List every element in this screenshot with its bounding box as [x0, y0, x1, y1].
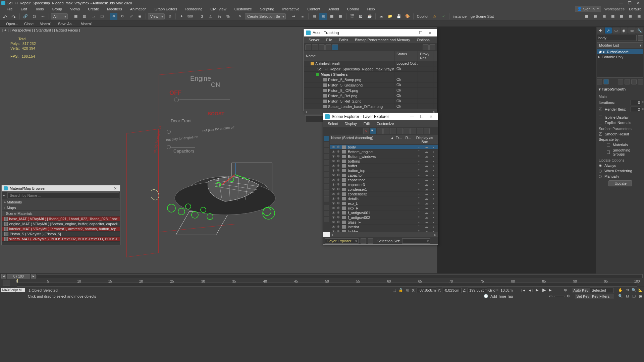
freeze-icon[interactable]: ❄ [336, 178, 340, 182]
material-row[interactable]: sliders_MAT ( VRayMtl ) [BOOSTtext002, B… [2, 237, 120, 242]
select-rect-button[interactable]: ▭ [90, 13, 97, 20]
freeze-icon[interactable]: ❄ [336, 196, 340, 201]
scene-lb-12[interactable] [324, 205, 329, 210]
scene-lb-11[interactable] [324, 196, 329, 201]
col-fr[interactable]: ∷ [416, 225, 422, 229]
scene-lb-14[interactable] [324, 217, 329, 222]
nav-fov[interactable]: 📐 [638, 288, 644, 293]
curve-editor-icon[interactable] [3, 280, 10, 286]
link-button[interactable]: 🔗 [22, 13, 29, 20]
goto-start[interactable]: |◄ [521, 288, 527, 293]
add-time-tag[interactable]: Add Time Tag [489, 294, 514, 298]
vp-layout-1[interactable]: ▦ [583, 13, 590, 20]
scene-row[interactable]: 👁❄button_top∷☁• [330, 168, 438, 173]
select-object-button[interactable]: ▦ [72, 13, 79, 20]
visible-icon[interactable]: 👁 [331, 220, 336, 224]
col-r[interactable]: ☁ [422, 201, 430, 205]
col-box[interactable]: • [430, 159, 436, 163]
menu-interactive[interactable]: Interactive [278, 6, 304, 12]
time-prev[interactable]: ◄ [1, 274, 6, 279]
visible-icon[interactable]: 👁 [331, 225, 336, 229]
col-box[interactable]: • [430, 216, 436, 220]
render-button[interactable]: ☕ [366, 13, 373, 20]
col-fr[interactable]: ∷ [416, 149, 422, 154]
align-button[interactable]: ≡ [299, 13, 306, 20]
maximize-button[interactable]: ❐ [625, 0, 634, 6]
scene-row[interactable]: 👁❄Bottom_engine∷☁• [330, 149, 438, 154]
visible-icon[interactable]: 👁 [331, 230, 336, 233]
scene-row[interactable]: 👁❄condenser2∷☁• [330, 192, 438, 196]
tab-motion[interactable]: ◉ [621, 27, 628, 34]
freeze-icon[interactable]: ❄ [336, 159, 340, 163]
curve-editor-button[interactable]: ▤ [319, 13, 327, 20]
col-fr[interactable]: ∷ [416, 210, 422, 215]
scene-stat-label[interactable]: ge Scene Stat [469, 14, 495, 18]
asset-btn-info[interactable] [429, 44, 435, 50]
scene-lb-10[interactable] [324, 190, 329, 195]
col-box[interactable]: • [430, 150, 436, 154]
time-next[interactable]: ► [31, 274, 36, 279]
scene-btn-2[interactable] [383, 128, 389, 134]
selection-set-combo[interactable] [402, 238, 430, 244]
scene-explorer-panel[interactable]: Scene Explorer - Layer Explorer — ☐ ✕ Se… [323, 113, 438, 245]
materials-check[interactable] [607, 143, 610, 146]
edit-button[interactable]: ✎ [236, 13, 244, 20]
col-box[interactable]: • [430, 155, 436, 159]
mat-close[interactable]: ✕ [112, 186, 118, 191]
col-box[interactable]: • [430, 197, 436, 201]
smooth-result-check[interactable] [599, 132, 602, 136]
tab-utilities[interactable]: 🔧 [636, 27, 644, 34]
scene-menu-customize[interactable]: Customize [373, 121, 397, 126]
col-r[interactable]: ☁ [422, 182, 430, 187]
scene-row[interactable]: 👁❄bottons∷☁• [330, 159, 438, 164]
freeze-icon[interactable]: ❄ [336, 192, 340, 196]
maxscript-field[interactable]: MAXScript Mi [1, 288, 25, 292]
asset-row[interactable]: Piston_5_IOR.pngOk [304, 88, 437, 93]
freeze-icon[interactable]: ❄ [336, 210, 340, 215]
col-box[interactable]: • [430, 145, 436, 149]
nav-zoom[interactable]: 🔍 [631, 288, 637, 293]
scene-btn-5[interactable] [404, 128, 410, 134]
selection-filter[interactable]: All [51, 13, 68, 19]
scene-menu-select[interactable]: Select [324, 121, 341, 126]
scene-lb-5[interactable] [324, 160, 329, 165]
menu-modifiers[interactable]: Modifiers [103, 6, 126, 12]
menu-content[interactable]: Content [303, 6, 324, 12]
col-r[interactable]: ☁ [422, 215, 430, 220]
menu-help[interactable]: Help [363, 6, 379, 12]
asset-btn-5[interactable] [332, 44, 338, 50]
open-button[interactable]: 📁 [386, 13, 394, 20]
col-box[interactable]: • [430, 201, 436, 205]
minimize-button[interactable]: — [616, 0, 625, 6]
close-button[interactable]: ✕ [634, 0, 643, 6]
macro-1a[interactable]: Macro1 [40, 22, 52, 26]
key-mode-icon[interactable]: ⊕ [561, 286, 570, 295]
col-fr[interactable]: ∷ [416, 178, 422, 182]
freeze-icon[interactable]: ❄ [336, 229, 340, 232]
y-field[interactable]: -0,023cm [442, 288, 462, 293]
scene-layers-btn[interactable] [361, 238, 366, 244]
material-row[interactable]: base_MAT ( VRayMtl ) [1hand_021, 1hand_0… [2, 217, 120, 222]
vp-layout-6[interactable]: ▦ [627, 13, 634, 20]
asset-maximize[interactable]: ☐ [416, 29, 425, 36]
warning-icon[interactable]: ⚠ [431, 13, 438, 20]
asset-row[interactable]: Sci_Fi_Repair_Spaceship_Rigged_max_vray.… [304, 66, 437, 72]
scene-lb-8[interactable] [324, 178, 329, 183]
object-name-input[interactable] [597, 35, 637, 41]
col-box[interactable]: • [430, 206, 436, 210]
nav-region[interactable]: ▣ [638, 294, 644, 299]
cat-scene[interactable]: - Scene Materials [2, 211, 120, 217]
tag-icon[interactable]: 🕐 [483, 294, 489, 299]
col-r[interactable]: ☁ [422, 206, 430, 210]
scene-col-name[interactable]: Name (Sorted Ascending) ▲ [331, 136, 394, 144]
asset-row[interactable]: Piston_5_Ref_2.pngOk [304, 99, 437, 104]
stack-btn-3[interactable] [631, 79, 637, 84]
col-box[interactable]: • [430, 178, 436, 182]
manually-radio[interactable] [599, 175, 602, 178]
freeze-icon[interactable]: ❄ [336, 149, 340, 154]
asset-row[interactable]: Space_Loader_base_Diffuse.pngOk [304, 104, 437, 109]
always-radio[interactable] [599, 164, 602, 167]
freeze-icon[interactable]: ❄ [336, 187, 340, 191]
mat-search[interactable]: Search by Name ... [7, 192, 119, 198]
scene-lb-1[interactable] [324, 136, 329, 141]
